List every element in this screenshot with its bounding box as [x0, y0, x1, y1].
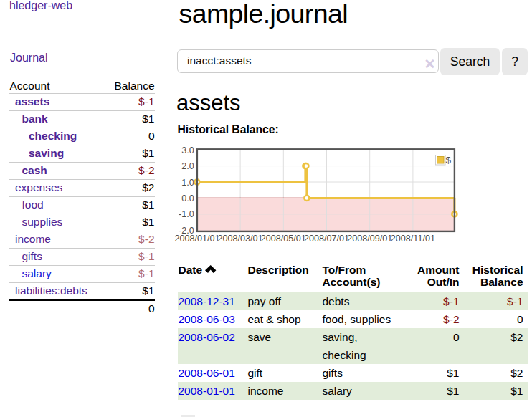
svg-text:2008/05/01: 2008/05/01 — [261, 234, 306, 244]
svg-text:3.0: 3.0 — [181, 145, 194, 155]
svg-text:2.0: 2.0 — [181, 161, 194, 171]
svg-text:0.0: 0.0 — [181, 193, 194, 203]
svg-text:$: $ — [446, 155, 452, 166]
svg-text:1.0: 1.0 — [181, 178, 194, 188]
svg-text:-1.0: -1.0 — [179, 209, 194, 219]
svg-text:2008/09/01: 2008/09/01 — [347, 234, 392, 244]
svg-text:-2.0: -2.0 — [179, 226, 194, 236]
svg-text:2008/01/01: 2008/01/01 — [174, 234, 219, 244]
svg-text:2008/11/01: 2008/11/01 — [391, 234, 435, 244]
svg-text:2008/07/01: 2008/07/01 — [304, 234, 349, 244]
svg-text:2008/03/01: 2008/03/01 — [218, 234, 263, 244]
